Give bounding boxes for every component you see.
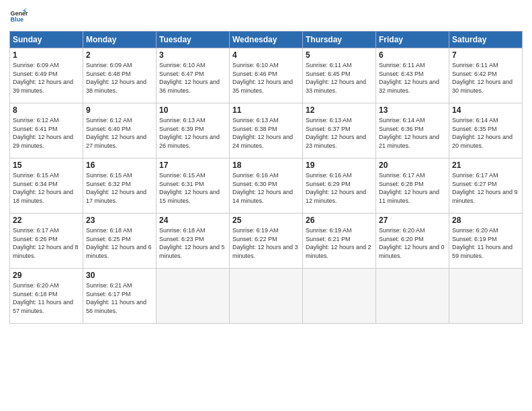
day-cell: 5 Sunrise: 6:11 AM Sunset: 6:45 PM Dayli… — [303, 48, 376, 103]
day-info: Sunrise: 6:15 AM Sunset: 6:31 PM Dayligh… — [159, 171, 226, 205]
day-cell: 14 Sunrise: 6:14 AM Sunset: 6:35 PM Dayl… — [449, 103, 523, 158]
day-cell: 9 Sunrise: 6:12 AM Sunset: 6:40 PM Dayli… — [83, 103, 157, 158]
day-info: Sunrise: 6:13 AM Sunset: 6:39 PM Dayligh… — [159, 116, 226, 150]
day-cell: 7 Sunrise: 6:11 AM Sunset: 6:42 PM Dayli… — [449, 48, 523, 103]
weekday-header-friday: Friday — [376, 32, 449, 48]
week-row-5: 29 Sunrise: 6:20 AM Sunset: 6:18 PM Dayl… — [10, 269, 523, 324]
day-info: Sunrise: 6:11 AM Sunset: 6:45 PM Dayligh… — [306, 61, 373, 95]
day-info: Sunrise: 6:10 AM Sunset: 6:46 PM Dayligh… — [232, 61, 300, 95]
day-cell: 28 Sunrise: 6:20 AM Sunset: 6:19 PM Dayl… — [449, 214, 523, 269]
day-cell: 16 Sunrise: 6:15 AM Sunset: 6:32 PM Dayl… — [83, 158, 157, 214]
svg-text:General: General — [10, 10, 28, 17]
day-cell: 11 Sunrise: 6:13 AM Sunset: 6:38 PM Dayl… — [230, 103, 303, 158]
day-info: Sunrise: 6:17 AM Sunset: 6:27 PM Dayligh… — [452, 171, 519, 205]
day-cell: 30 Sunrise: 6:21 AM Sunset: 6:17 PM Dayl… — [83, 269, 157, 324]
day-info: Sunrise: 6:21 AM Sunset: 6:17 PM Dayligh… — [86, 281, 153, 315]
day-cell: 8 Sunrise: 6:12 AM Sunset: 6:41 PM Dayli… — [10, 103, 83, 158]
day-cell: 1 Sunrise: 6:09 AM Sunset: 6:49 PM Dayli… — [10, 48, 83, 103]
day-cell: 25 Sunrise: 6:19 AM Sunset: 6:22 PM Dayl… — [230, 214, 303, 269]
day-number: 6 — [379, 50, 446, 60]
day-cell: 6 Sunrise: 6:11 AM Sunset: 6:43 PM Dayli… — [376, 48, 449, 103]
day-info: Sunrise: 6:18 AM Sunset: 6:23 PM Dayligh… — [159, 226, 226, 260]
svg-text:Blue: Blue — [10, 16, 24, 23]
day-cell — [449, 269, 523, 324]
day-number: 18 — [232, 161, 300, 170]
day-cell — [157, 269, 230, 324]
day-cell: 24 Sunrise: 6:18 AM Sunset: 6:23 PM Dayl… — [157, 214, 230, 269]
day-info: Sunrise: 6:11 AM Sunset: 6:43 PM Dayligh… — [379, 61, 446, 95]
day-number: 25 — [232, 216, 300, 225]
day-info: Sunrise: 6:16 AM Sunset: 6:30 PM Dayligh… — [232, 171, 300, 205]
day-cell: 3 Sunrise: 6:10 AM Sunset: 6:47 PM Dayli… — [157, 48, 230, 103]
day-number: 4 — [232, 50, 300, 60]
calendar-container: General Blue SundayMondayTuesdayWednesda… — [0, 0, 532, 411]
day-info: Sunrise: 6:14 AM Sunset: 6:36 PM Dayligh… — [379, 116, 446, 150]
weekday-header-wednesday: Wednesday — [230, 32, 303, 48]
day-cell: 15 Sunrise: 6:15 AM Sunset: 6:34 PM Dayl… — [10, 158, 83, 214]
day-info: Sunrise: 6:09 AM Sunset: 6:49 PM Dayligh… — [13, 61, 80, 95]
day-info: Sunrise: 6:18 AM Sunset: 6:25 PM Dayligh… — [86, 226, 153, 260]
day-cell: 27 Sunrise: 6:20 AM Sunset: 6:20 PM Dayl… — [376, 214, 449, 269]
day-info: Sunrise: 6:10 AM Sunset: 6:47 PM Dayligh… — [159, 61, 226, 95]
day-info: Sunrise: 6:20 AM Sunset: 6:19 PM Dayligh… — [452, 226, 519, 260]
day-number: 21 — [452, 161, 519, 170]
day-info: Sunrise: 6:14 AM Sunset: 6:35 PM Dayligh… — [452, 116, 519, 150]
week-row-4: 22 Sunrise: 6:17 AM Sunset: 6:26 PM Dayl… — [10, 214, 523, 269]
weekday-header-thursday: Thursday — [303, 32, 376, 48]
day-info: Sunrise: 6:13 AM Sunset: 6:38 PM Dayligh… — [232, 116, 300, 150]
day-info: Sunrise: 6:16 AM Sunset: 6:29 PM Dayligh… — [306, 171, 373, 205]
day-cell — [376, 269, 449, 324]
day-info: Sunrise: 6:11 AM Sunset: 6:42 PM Dayligh… — [452, 61, 519, 95]
day-info: Sunrise: 6:20 AM Sunset: 6:18 PM Dayligh… — [13, 281, 80, 315]
day-number: 17 — [159, 161, 226, 170]
day-number: 13 — [379, 105, 446, 115]
day-info: Sunrise: 6:09 AM Sunset: 6:48 PM Dayligh… — [86, 61, 153, 95]
day-cell: 12 Sunrise: 6:13 AM Sunset: 6:37 PM Dayl… — [303, 103, 376, 158]
day-cell: 29 Sunrise: 6:20 AM Sunset: 6:18 PM Dayl… — [10, 269, 83, 324]
day-cell: 26 Sunrise: 6:19 AM Sunset: 6:21 PM Dayl… — [303, 214, 376, 269]
day-info: Sunrise: 6:12 AM Sunset: 6:41 PM Dayligh… — [13, 116, 80, 150]
weekday-header-saturday: Saturday — [449, 32, 523, 48]
day-cell: 20 Sunrise: 6:17 AM Sunset: 6:28 PM Dayl… — [376, 158, 449, 214]
day-info: Sunrise: 6:19 AM Sunset: 6:21 PM Dayligh… — [306, 226, 373, 260]
day-info: Sunrise: 6:17 AM Sunset: 6:26 PM Dayligh… — [13, 226, 80, 260]
day-cell: 21 Sunrise: 6:17 AM Sunset: 6:27 PM Dayl… — [449, 158, 523, 214]
day-info: Sunrise: 6:20 AM Sunset: 6:20 PM Dayligh… — [379, 226, 446, 260]
day-number: 11 — [232, 105, 300, 115]
day-number: 26 — [306, 216, 373, 225]
day-number: 27 — [379, 216, 446, 225]
weekday-header-row: SundayMondayTuesdayWednesdayThursdayFrid… — [10, 32, 523, 48]
day-number: 9 — [86, 105, 153, 115]
day-info: Sunrise: 6:17 AM Sunset: 6:28 PM Dayligh… — [379, 171, 446, 205]
week-row-2: 8 Sunrise: 6:12 AM Sunset: 6:41 PM Dayli… — [10, 103, 523, 158]
day-number: 16 — [86, 161, 153, 170]
day-cell: 22 Sunrise: 6:17 AM Sunset: 6:26 PM Dayl… — [10, 214, 83, 269]
day-number: 29 — [13, 271, 80, 280]
day-number: 19 — [306, 161, 373, 170]
logo-icon: General Blue — [9, 7, 28, 26]
header: General Blue — [9, 7, 523, 26]
day-info: Sunrise: 6:13 AM Sunset: 6:37 PM Dayligh… — [306, 116, 373, 150]
day-number: 1 — [13, 50, 80, 60]
day-number: 2 — [86, 50, 153, 60]
day-cell — [303, 269, 376, 324]
day-cell — [230, 269, 303, 324]
calendar-table: SundayMondayTuesdayWednesdayThursdayFrid… — [9, 31, 523, 324]
day-number: 15 — [13, 161, 80, 170]
day-number: 28 — [452, 216, 519, 225]
day-number: 30 — [86, 271, 153, 280]
day-number: 10 — [159, 105, 226, 115]
day-info: Sunrise: 6:19 AM Sunset: 6:22 PM Dayligh… — [232, 226, 300, 260]
day-number: 24 — [159, 216, 226, 225]
day-cell: 10 Sunrise: 6:13 AM Sunset: 6:39 PM Dayl… — [157, 103, 230, 158]
day-cell: 2 Sunrise: 6:09 AM Sunset: 6:48 PM Dayli… — [83, 48, 157, 103]
day-number: 20 — [379, 161, 446, 170]
day-info: Sunrise: 6:15 AM Sunset: 6:34 PM Dayligh… — [13, 171, 80, 205]
day-cell: 4 Sunrise: 6:10 AM Sunset: 6:46 PM Dayli… — [230, 48, 303, 103]
day-number: 14 — [452, 105, 519, 115]
day-cell: 13 Sunrise: 6:14 AM Sunset: 6:36 PM Dayl… — [376, 103, 449, 158]
week-row-3: 15 Sunrise: 6:15 AM Sunset: 6:34 PM Dayl… — [10, 158, 523, 214]
weekday-header-monday: Monday — [83, 32, 157, 48]
day-cell: 23 Sunrise: 6:18 AM Sunset: 6:25 PM Dayl… — [83, 214, 157, 269]
day-cell: 17 Sunrise: 6:15 AM Sunset: 6:31 PM Dayl… — [157, 158, 230, 214]
